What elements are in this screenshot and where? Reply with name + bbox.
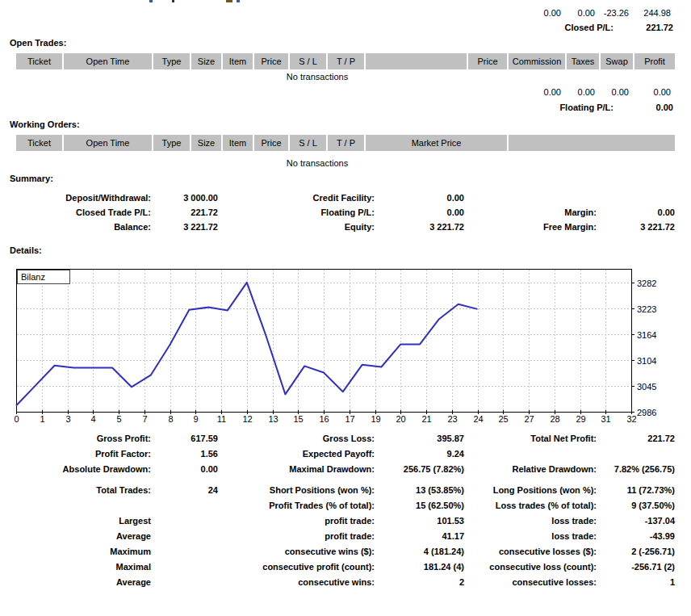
col-open-time: Open Time [64, 53, 152, 69]
chart-x-tick-label: 1 [40, 414, 44, 424]
col-commission: Commission [509, 53, 565, 69]
stat-value: 256.75 (7.82%) [375, 462, 464, 477]
stat-value: 1 [597, 575, 675, 590]
stat-value: 4 (181.24) [375, 544, 464, 559]
chart-x-tick-label: 12 [242, 414, 252, 424]
floating-commission-total: 0.00 [509, 86, 565, 98]
closed-commission-total: 0.00 [509, 7, 565, 19]
summary-value [597, 191, 675, 205]
summary-label: Balance: [0, 220, 151, 234]
stat-label: loss trade: [464, 513, 597, 529]
trade-statement-report: 0.00 0.00 -23.26 244.98 Closed P/L: 221.… [0, 0, 691, 616]
stat-value: 617.59 [151, 431, 218, 446]
stat-value: -137.04 [597, 513, 675, 529]
stat-label: Average [0, 575, 151, 590]
stat-label: Maximal [0, 559, 151, 575]
stat-value: 11 (72.73%) [597, 483, 675, 498]
stats-row: Average profit trade: 41.17 loss trade: … [0, 529, 675, 544]
summary-title: Summary: [10, 174, 53, 183]
chart-legend-label: Bilanz [21, 272, 45, 282]
chart-y-tick-label: 3045 [637, 382, 656, 392]
summary-label: Floating P/L: [218, 205, 375, 220]
closed-swap-total: -23.26 [601, 7, 633, 19]
chart-x-tick-label: 31 [601, 414, 610, 424]
chart-y-tick-label: 3164 [637, 330, 656, 340]
balance-line-chart: 0134578911121315161719202123242527282931… [0, 263, 691, 430]
floating-pl-value: 0.00 [614, 102, 675, 113]
summary-value: 3 221.72 [597, 220, 675, 234]
col-size: Size [191, 53, 221, 69]
stat-value: 181.24 (4) [375, 559, 464, 575]
chart-x-tick-label: 28 [550, 414, 559, 424]
summary-value: 0.00 [375, 191, 464, 205]
summary-label: Margin: [464, 205, 597, 220]
chart-x-tick-label: 19 [371, 414, 380, 424]
chart-x-tick-label: 7 [142, 414, 147, 424]
col-tp: T / P [328, 135, 364, 151]
stat-value [151, 529, 218, 544]
col-size: Size [191, 135, 221, 151]
chart-x-tick-label: 0 [14, 414, 19, 424]
floating-profit-total: 0.00 [634, 86, 675, 98]
stat-label: Total Net Profit: [464, 431, 597, 446]
stats-row: Average consecutive wins: 2 consecutive … [0, 575, 675, 590]
col-type: Type [153, 53, 190, 69]
stat-value: -256.71 (2) [597, 559, 675, 575]
chart-x-tick-label: 24 [473, 414, 483, 424]
col-ticket: Ticket [16, 135, 62, 151]
stat-value: 7.82% (256.75) [597, 462, 675, 477]
col-price: Price [254, 53, 288, 69]
stats-row: Profit Trades (% of total): 15 (62.50%) … [0, 498, 675, 513]
summary-row: Balance: 3 221.72 Equity: 3 221.72 Free … [0, 220, 675, 234]
summary-label: Deposit/Withdrawal: [0, 191, 151, 205]
open-trades-title: Open Trades: [10, 38, 66, 48]
chart-x-tick-label: 13 [268, 414, 278, 424]
stat-value: 1.56 [151, 446, 218, 462]
col-open-time: Open Time [64, 135, 152, 151]
summary-value: 3 000.00 [151, 191, 218, 205]
col-close-price: Price [468, 53, 507, 69]
chart-x-tick-label: 17 [345, 414, 354, 424]
stat-label: Total Trades: [0, 483, 151, 498]
stat-label: Maximal Drawdown: [218, 462, 375, 477]
closed-taxes-total: 0.00 [567, 7, 599, 19]
stat-value: 9.24 [375, 446, 464, 462]
stat-value: 221.72 [597, 431, 675, 446]
details-title: Details: [10, 245, 42, 255]
stat-label: Average [0, 529, 151, 544]
chart-x-tick-label: 5 [116, 414, 121, 424]
chart-x-tick-label: 16 [319, 414, 329, 424]
stats-row: Maximal consecutive profit (count): 181.… [0, 559, 675, 575]
closed-profit-total: 244.98 [634, 7, 675, 19]
stat-label: Gross Profit: [0, 431, 151, 446]
col-taxes: Taxes [567, 53, 599, 69]
stat-label: Short Positions (won %): [218, 483, 375, 498]
stat-value [151, 575, 218, 590]
chart-x-tick-label: 11 [217, 414, 226, 424]
stat-label: Absolute Drawdown: [0, 462, 151, 477]
closed-pl-label: Closed P/L: [16, 22, 614, 33]
closed-pl-value: 221.72 [614, 22, 675, 33]
stats-row: Profit Factor: 1.56 Expected Payoff: 9.2… [0, 446, 675, 462]
stat-label: consecutive profit (count): [218, 559, 375, 575]
working-orders-header-row: Ticket Open Time Type Size Item Price S … [16, 135, 675, 151]
summary-label [464, 191, 597, 205]
stats-row: Absolute Drawdown: 0.00 Maximal Drawdown… [0, 462, 675, 477]
summary-value: 221.72 [151, 205, 218, 220]
chart-x-tick-label: 29 [576, 414, 585, 424]
col-type: Type [153, 135, 190, 151]
chart-x-tick-label: 8 [168, 414, 173, 424]
stat-value [151, 559, 218, 575]
stat-value: 24 [151, 483, 218, 498]
stat-value: 9 (37.50%) [597, 498, 675, 513]
summary-value: 3 221.72 [375, 220, 464, 234]
stat-label [0, 498, 151, 513]
open-trades-header-row: Ticket Open Time Type Size Item Price S … [16, 53, 675, 69]
floating-taxes-total: 0.00 [567, 86, 599, 98]
stat-label: profit trade: [218, 529, 375, 544]
stat-label: Loss trades (% of total): [464, 498, 597, 513]
col-ticket: Ticket [16, 53, 62, 69]
stat-value [597, 446, 675, 462]
stat-label: consecutive losses: [464, 575, 597, 590]
col-blank [366, 53, 467, 69]
